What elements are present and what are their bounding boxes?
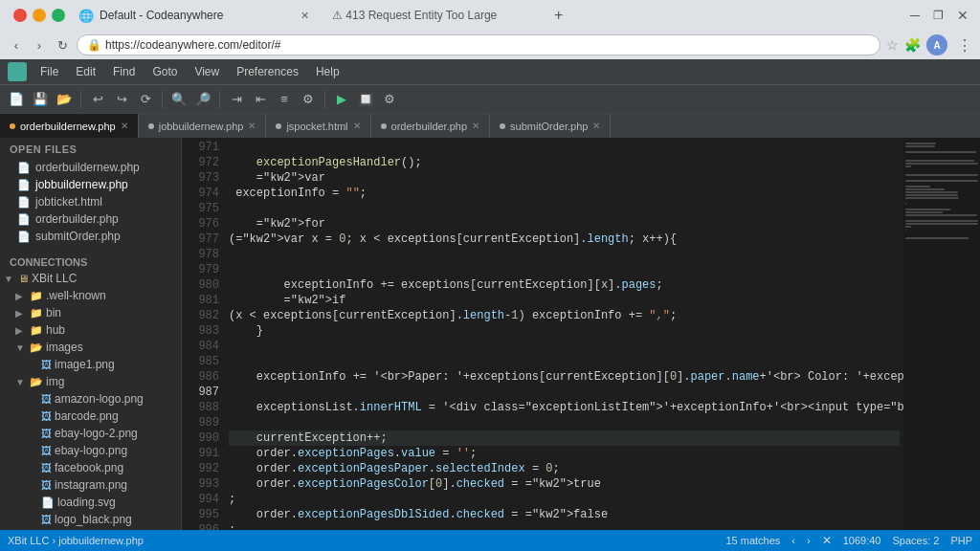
tab-dot bbox=[500, 123, 505, 129]
file-icon: 🖼 bbox=[41, 462, 52, 474]
folder-icon: 📁 bbox=[30, 324, 43, 337]
tree-images[interactable]: ▼ 📂 images bbox=[0, 339, 181, 356]
format-button[interactable]: ⚙ bbox=[298, 89, 319, 110]
tree-arrow-icon: ▼ bbox=[4, 274, 15, 284]
open-button[interactable]: 📂 bbox=[54, 89, 75, 110]
tree-wellknown[interactable]: ▶ 📁 .well-known bbox=[0, 287, 181, 304]
menu-find[interactable]: Find bbox=[105, 63, 143, 80]
tab-jspocket[interactable]: jspocket.html ✕ bbox=[266, 114, 370, 139]
tree-arrow-icon: ▶ bbox=[15, 325, 27, 336]
menu-edit[interactable]: Edit bbox=[68, 63, 103, 80]
reload-button[interactable]: ↻ bbox=[54, 36, 71, 54]
tree-loading[interactable]: ▶ 📄 loading.svg bbox=[0, 494, 181, 511]
sidebar-file-jobbuildernew[interactable]: 📄 jobbuildernew.php bbox=[0, 176, 181, 193]
tree-item-label: ebay-logo-2.png bbox=[55, 427, 138, 440]
menu-help[interactable]: Help bbox=[308, 63, 347, 80]
undo-button[interactable]: ↩ bbox=[87, 89, 108, 110]
tab-close[interactable]: ✕ bbox=[248, 121, 256, 131]
filename: orderbuildernew.php bbox=[35, 161, 140, 174]
sidebar-file-orderbuildernew[interactable]: 📄 orderbuildernew.php bbox=[0, 159, 181, 176]
toolbar: 📄 💾 📂 ↩ ↪ ⟳ 🔍 🔎 ⇥ ⇤ ≡ ⚙ ▶ 🔲 ⚙ bbox=[0, 84, 980, 113]
status-lang[interactable]: PHP bbox=[950, 535, 972, 546]
settings-button[interactable]: ⚙ bbox=[379, 89, 400, 110]
menu-bar: File Edit Find Goto View Preferences Hel… bbox=[0, 59, 980, 84]
sidebar-file-jobticket[interactable]: 📄 jobticket.html bbox=[0, 193, 181, 210]
code-editor[interactable]: 9719729739749759769779789799809819829839… bbox=[182, 138, 980, 530]
tab-orderbuilder[interactable]: orderbuilder.php ✕ bbox=[371, 114, 491, 139]
save-button[interactable]: 💾 bbox=[30, 89, 51, 110]
outdent-button[interactable]: ⇤ bbox=[250, 89, 271, 110]
zoom-in-button[interactable]: 🔎 bbox=[192, 89, 213, 110]
browser-tab-active[interactable]: Default - Codeanywhere bbox=[100, 9, 291, 22]
forward-button[interactable]: › bbox=[31, 36, 48, 54]
align-button[interactable]: ≡ bbox=[274, 89, 295, 110]
menu-file[interactable]: File bbox=[33, 63, 66, 80]
tab-label: jspocket.html bbox=[286, 121, 347, 132]
tree-image1[interactable]: ▶ 🖼 image1.png bbox=[0, 356, 181, 373]
refresh-button[interactable]: ⟳ bbox=[135, 89, 156, 110]
status-nav-prev[interactable]: ‹ bbox=[791, 535, 795, 546]
bookmark-icon[interactable]: ☆ bbox=[886, 37, 899, 53]
account-avatar[interactable]: A bbox=[926, 34, 947, 55]
status-nav-next[interactable]: › bbox=[807, 535, 811, 546]
browser-new-tab[interactable]: + bbox=[554, 7, 563, 24]
file-icon: 📄 bbox=[17, 179, 31, 191]
new-file-button[interactable]: 📄 bbox=[6, 89, 27, 110]
tab-submitorder[interactable]: submitOrder.php ✕ bbox=[490, 114, 611, 139]
tree-facebook[interactable]: ▶ 🖼 facebook.png bbox=[0, 459, 181, 476]
tab-label: jobbuildernew.php bbox=[159, 121, 244, 132]
tree-item-label: bin bbox=[46, 306, 61, 320]
debug-button[interactable]: 🔲 bbox=[355, 89, 376, 110]
tree-instagram[interactable]: ▶ 🖼 instagram.png bbox=[0, 476, 181, 494]
tree-hub[interactable]: ▶ 📁 hub bbox=[0, 321, 181, 339]
tab-orderbuildernew[interactable]: orderbuildernew.php ✕ bbox=[0, 114, 139, 139]
tree-logo-black[interactable]: ▶ 🖼 logo_black.png bbox=[0, 511, 181, 528]
window-close[interactable]: ✕ bbox=[957, 8, 969, 23]
file-icon: 🖼 bbox=[41, 359, 52, 370]
tree-ebay-logo[interactable]: ▶ 🖼 ebay-logo.png bbox=[0, 442, 181, 459]
tree-bin[interactable]: ▶ 📁 bin bbox=[0, 304, 181, 321]
indent-button[interactable]: ⇥ bbox=[226, 89, 247, 110]
status-matches: 15 matches bbox=[725, 535, 780, 546]
sidebar-file-submitorder[interactable]: 📄 submitOrder.php bbox=[0, 228, 181, 245]
filename: submitOrder.php bbox=[35, 230, 121, 243]
file-icon: 🖼 bbox=[41, 445, 52, 456]
menu-preferences[interactable]: Preferences bbox=[229, 63, 306, 80]
window-minimize[interactable]: ─ bbox=[910, 8, 920, 23]
tab-close[interactable]: ✕ bbox=[353, 121, 361, 131]
tab-close[interactable]: ✕ bbox=[472, 121, 479, 131]
run-button[interactable]: ▶ bbox=[331, 89, 352, 110]
search-button[interactable]: 🔍 bbox=[168, 89, 189, 110]
menu-goto[interactable]: Goto bbox=[145, 63, 185, 80]
tree-img[interactable]: ▼ 📂 img bbox=[0, 373, 181, 390]
tree-amazon-logo[interactable]: ▶ 🖼 amazon-logo.png bbox=[0, 390, 181, 408]
tab-jobbuildernew[interactable]: jobbuildernew.php ✕ bbox=[139, 114, 267, 139]
connections-title: Connections bbox=[0, 253, 181, 270]
toolbar-separator-1 bbox=[80, 91, 81, 108]
back-button[interactable]: ‹ bbox=[8, 36, 25, 54]
tree-barcode[interactable]: ▶ 🖼 barcode.png bbox=[0, 408, 181, 425]
browser-favicon: 🌐 bbox=[78, 9, 94, 23]
tree-xbitllc[interactable]: ▼ 🖥 XBit LLC bbox=[0, 270, 181, 287]
file-icon: 🖼 bbox=[41, 410, 52, 422]
code-content[interactable]: exceptionPagesHandler(); ="kw2">var exce… bbox=[225, 138, 903, 530]
browser-tab-close[interactable]: ✕ bbox=[301, 10, 309, 22]
tab-close[interactable]: ✕ bbox=[121, 121, 128, 131]
file-icon: 📄 bbox=[17, 162, 31, 174]
tree-item-label: .well-known bbox=[46, 289, 106, 302]
file-icon: 📄 bbox=[17, 213, 31, 226]
sidebar-file-orderbuilder[interactable]: 📄 orderbuilder.php bbox=[0, 210, 181, 228]
app-logo bbox=[8, 62, 27, 81]
tree-ebay-logo-2[interactable]: ▶ 🖼 ebay-logo-2.png bbox=[0, 425, 181, 442]
tab-close[interactable]: ✕ bbox=[592, 121, 600, 131]
address-bar[interactable]: 🔒 https://codeanywhere.com/editor/# bbox=[77, 34, 880, 55]
tree-arrow-icon: ▶ bbox=[15, 308, 27, 319]
menu-view[interactable]: View bbox=[187, 63, 227, 80]
extensions-icon[interactable]: 🧩 bbox=[904, 37, 921, 53]
status-close[interactable]: ✕ bbox=[822, 534, 832, 547]
redo-button[interactable]: ↪ bbox=[111, 89, 132, 110]
tree-item-label: hub bbox=[46, 323, 65, 337]
browser-tab-inactive[interactable]: ⚠ 413 Request Entity Too Large bbox=[332, 9, 543, 22]
window-restore[interactable]: ❐ bbox=[933, 9, 944, 22]
menu-dots-icon[interactable]: ⋮ bbox=[957, 36, 972, 55]
